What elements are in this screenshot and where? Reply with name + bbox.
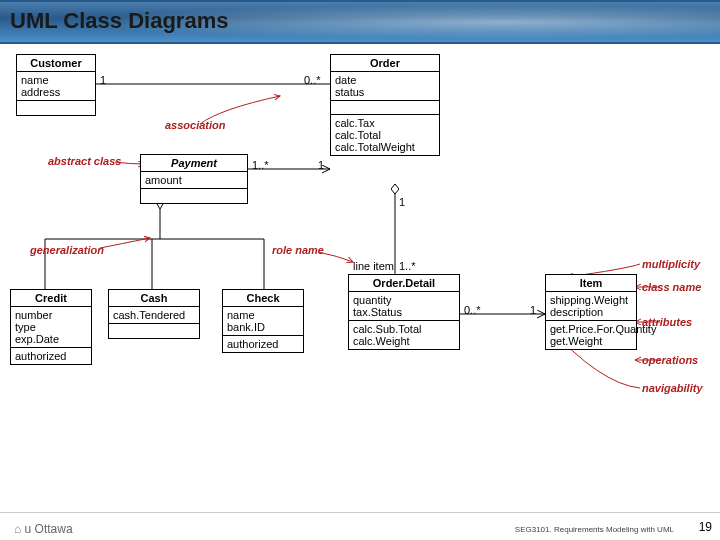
mult-order: 0..*	[304, 74, 321, 86]
mult-paymany: 1..*	[252, 159, 269, 171]
ops: authorized	[11, 348, 91, 364]
mult-detailmany: 0..*	[464, 304, 481, 316]
university-logo: ⌂ u Ottawa	[14, 522, 73, 536]
class-payment: Payment amount	[140, 154, 248, 204]
attrs: shipping.Weight description	[546, 292, 636, 321]
rolename-label: line item	[353, 260, 394, 272]
class-orderdetail: Order.Detail quantity tax.Status calc.Su…	[348, 274, 460, 350]
class-item: Item shipping.Weight description get.Pri…	[545, 274, 637, 350]
ann-abstract: abstract class	[48, 155, 121, 167]
class-customer: Customer name address	[16, 54, 96, 116]
uml-diagram: Customer name address Order date status …	[0, 44, 720, 504]
attrs: name address	[17, 72, 95, 101]
mult-orderone: 1	[399, 196, 405, 208]
ops	[141, 189, 247, 203]
classname: Order.Detail	[349, 275, 459, 292]
class-cash: Cash cash.Tendered	[108, 289, 200, 339]
ann-generalization: generalization	[30, 244, 104, 256]
ann-navigability: navigability	[642, 382, 703, 394]
classname: Check	[223, 290, 303, 307]
page-number: 19	[699, 520, 712, 534]
classname: Credit	[11, 290, 91, 307]
ann-association: association	[165, 119, 226, 131]
attrs: amount	[141, 172, 247, 189]
mult-linemany: 1..*	[399, 260, 416, 272]
spacer	[331, 101, 439, 115]
class-check: Check name bank.ID authorized	[222, 289, 304, 353]
ann-operations: operations	[642, 354, 698, 366]
slide-banner: UML Class Diagrams	[0, 0, 720, 44]
footer-course: SEG3101. Requirements Modeling with UML	[515, 525, 674, 534]
ops	[17, 101, 95, 115]
attrs: date status	[331, 72, 439, 101]
attrs: number type exp.Date	[11, 307, 91, 348]
attrs: name bank.ID	[223, 307, 303, 336]
ops: get.Price.For.Quantity get.Weight	[546, 321, 636, 349]
ops: authorized	[223, 336, 303, 352]
class-credit: Credit number type exp.Date authorized	[10, 289, 92, 365]
mult-itemone: 1	[530, 304, 536, 316]
ops: calc.Sub.Total calc.Weight	[349, 321, 459, 349]
ann-classname: class name	[642, 281, 701, 293]
mult-payone: 1	[318, 159, 324, 171]
slide-title: UML Class Diagrams	[10, 8, 228, 34]
class-order: Order date status calc.Tax calc.Total ca…	[330, 54, 440, 156]
classname: Order	[331, 55, 439, 72]
ann-multiplicity: multiplicity	[642, 258, 700, 270]
attrs: quantity tax.Status	[349, 292, 459, 321]
mult-customer: 1	[100, 74, 106, 86]
classname: Customer	[17, 55, 95, 72]
ann-attributes: attributes	[642, 316, 692, 328]
classname: Payment	[141, 155, 247, 172]
ops	[109, 324, 199, 338]
classname: Cash	[109, 290, 199, 307]
ann-rolename: role name	[272, 244, 324, 256]
attrs: cash.Tendered	[109, 307, 199, 324]
classname: Item	[546, 275, 636, 292]
slide-footer: ⌂ u Ottawa SEG3101. Requirements Modelin…	[0, 512, 720, 540]
ops: calc.Tax calc.Total calc.TotalWeight	[331, 115, 439, 155]
